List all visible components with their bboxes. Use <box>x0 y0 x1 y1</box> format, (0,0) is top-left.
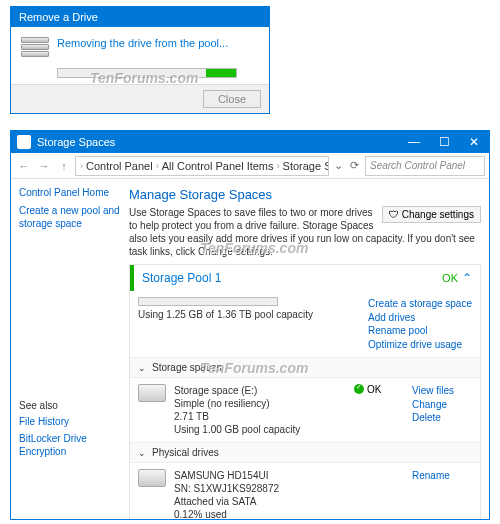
progress-row <box>11 68 269 84</box>
change-settings-button[interactable]: 🛡 Change settings <box>382 206 481 223</box>
dialog-title: Remove a Drive <box>19 11 98 23</box>
back-button[interactable]: ← <box>15 157 33 175</box>
storage-spaces-section-header[interactable]: ⌄ Storage spaces <box>130 357 480 378</box>
storage-pool-panel: Storage Pool 1 OK ⌃ Using 1.25 GB of 1.3… <box>129 264 481 519</box>
storage-space-item: Storage space (E:) Simple (no resiliency… <box>130 378 480 442</box>
view-files-link[interactable]: View files <box>412 384 472 398</box>
maximize-button[interactable]: ☐ <box>429 131 459 153</box>
pool-body: Using 1.25 GB of 1.36 TB pool capacity C… <box>130 291 480 357</box>
optimize-drive-usage-link[interactable]: Optimize drive usage <box>368 338 472 352</box>
space-resiliency: Simple (no resiliency) <box>174 397 346 410</box>
dialog-message: Removing the drive from the pool... <box>57 37 228 49</box>
create-storage-space-link[interactable]: Create a storage space <box>368 297 472 311</box>
progress-fill <box>206 69 236 77</box>
forward-button[interactable]: → <box>35 157 53 175</box>
sidebar-bitlocker-link[interactable]: BitLocker Drive Encryption <box>19 432 121 458</box>
toolbar: ← → ↑ › Control Panel › All Control Pane… <box>11 153 489 179</box>
sidebar-file-history-link[interactable]: File History <box>19 415 121 428</box>
crumb-control-panel[interactable]: Control Panel <box>86 160 153 172</box>
chevron-down-icon: ⌄ <box>138 448 146 458</box>
space-status-text: OK <box>367 384 381 395</box>
chevron-right-icon: › <box>80 161 83 171</box>
drive-actions: Rename <box>412 469 472 519</box>
rename-pool-link[interactable]: Rename pool <box>368 324 472 338</box>
sidebar: Control Panel Home Create a new pool and… <box>11 179 129 519</box>
main-panel: Manage Storage Spaces 🛡 Change settings … <box>129 179 489 519</box>
capacity-text: Using 1.25 GB of 1.36 TB pool capacity <box>138 309 313 320</box>
space-actions: View files Change Delete <box>412 384 472 436</box>
crumb-all-items[interactable]: All Control Panel Items <box>162 160 274 172</box>
see-also-header: See also <box>19 400 121 411</box>
sidebar-home-link[interactable]: Control Panel Home <box>19 187 121 198</box>
drive-icon <box>138 384 166 402</box>
space-usage: Using 1.00 GB pool capacity <box>174 423 346 436</box>
refresh-button[interactable]: ⟳ <box>347 159 361 172</box>
change-link[interactable]: Change <box>412 398 472 412</box>
pool-capacity-block: Using 1.25 GB of 1.36 TB pool capacity <box>138 297 313 351</box>
close-button: Close <box>203 90 261 108</box>
rename-drive-link[interactable]: Rename <box>412 469 472 483</box>
app-icon <box>17 135 31 149</box>
delete-link[interactable]: Delete <box>412 411 472 425</box>
content-area: Control Panel Home Create a new pool and… <box>11 179 489 519</box>
drive-serial: SN: S1XWJ1KS928872 <box>174 482 346 495</box>
pool-name: Storage Pool 1 <box>142 271 442 285</box>
page-heading: Manage Storage Spaces <box>129 187 481 202</box>
storage-spaces-label: Storage spaces <box>152 362 222 373</box>
dialog-button-row: Close <box>11 84 269 113</box>
chevron-down-icon: ⌄ <box>138 363 146 373</box>
see-also-section: See also File History BitLocker Drive En… <box>19 400 121 458</box>
search-input[interactable]: Search Control Panel <box>365 156 485 176</box>
progress-bar <box>57 68 237 78</box>
space-status: OK <box>354 384 404 436</box>
window-titlebar[interactable]: Storage Spaces — ☐ ✕ <box>11 131 489 153</box>
pool-actions: Create a storage space Add drives Rename… <box>368 297 472 351</box>
shield-icon: 🛡 <box>389 209 399 220</box>
physical-drive-item: SAMSUNG HD154UI SN: S1XWJ1KS928872 Attac… <box>130 463 480 519</box>
drive-model: SAMSUNG HD154UI <box>174 469 346 482</box>
drive-percent-used: 0.12% used <box>174 508 346 519</box>
history-dropdown[interactable]: ⌄ <box>331 159 345 172</box>
physical-drives-label: Physical drives <box>152 447 219 458</box>
drive-connection: Attached via SATA <box>174 495 346 508</box>
pool-status: OK <box>442 272 458 284</box>
drive-icon <box>138 469 166 487</box>
search-placeholder: Search Control Panel <box>370 160 465 171</box>
ok-check-icon <box>354 384 364 394</box>
chevron-right-icon: › <box>277 161 280 171</box>
pool-capacity-row: Using 1.25 GB of 1.36 TB pool capacity C… <box>138 297 472 351</box>
capacity-bar <box>138 297 278 306</box>
dialog-titlebar[interactable]: Remove a Drive <box>11 7 269 27</box>
dialog-body: Removing the drive from the pool... <box>11 27 269 68</box>
crumb-storage-spaces[interactable]: Storage Spaces <box>283 160 329 172</box>
change-settings-label: Change settings <box>402 209 474 220</box>
physical-drives-section-header[interactable]: ⌄ Physical drives <box>130 442 480 463</box>
sidebar-create-pool-link[interactable]: Create a new pool and storage space <box>19 204 121 230</box>
space-name: Storage space (E:) <box>174 384 346 397</box>
remove-drive-dialog: Remove a Drive Removing the drive from t… <box>10 6 270 114</box>
storage-spaces-window: Storage Spaces — ☐ ✕ ← → ↑ › Control Pan… <box>10 130 490 520</box>
chevron-up-icon[interactable]: ⌃ <box>462 271 472 285</box>
drive-status <box>354 469 404 519</box>
storage-space-info: Storage space (E:) Simple (no resiliency… <box>174 384 346 436</box>
physical-drive-info: SAMSUNG HD154UI SN: S1XWJ1KS928872 Attac… <box>174 469 346 519</box>
minimize-button[interactable]: — <box>399 131 429 153</box>
add-drives-link[interactable]: Add drives <box>368 311 472 325</box>
close-window-button[interactable]: ✕ <box>459 131 489 153</box>
up-button[interactable]: ↑ <box>55 157 73 175</box>
chevron-right-icon: › <box>156 161 159 171</box>
pool-header[interactable]: Storage Pool 1 OK ⌃ <box>130 265 480 291</box>
breadcrumb[interactable]: › Control Panel › All Control Panel Item… <box>75 156 329 176</box>
space-size: 2.71 TB <box>174 410 346 423</box>
window-title: Storage Spaces <box>37 136 399 148</box>
drives-stack-icon <box>21 37 49 58</box>
